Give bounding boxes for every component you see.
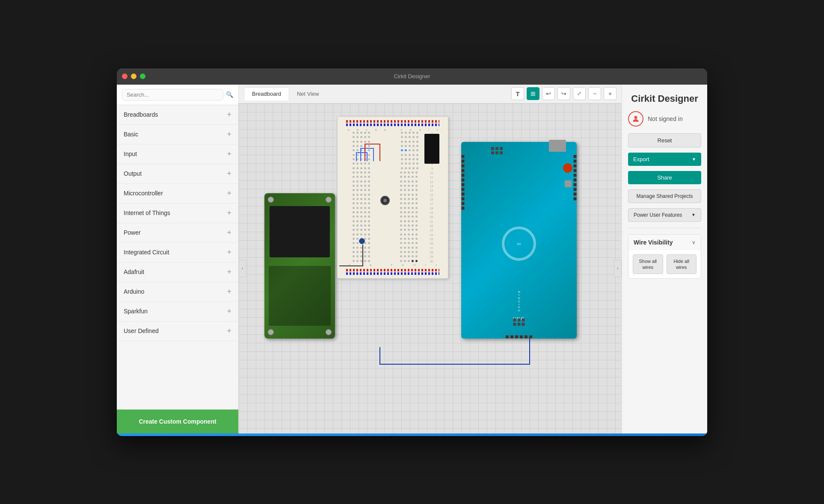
sidebar-item-breadboards[interactable]: Breadboards + (117, 105, 238, 125)
add-icon: + (227, 110, 231, 119)
grid-icon: ⊞ (531, 90, 536, 97)
add-icon: + (227, 268, 231, 277)
rail-bot-blue (346, 272, 439, 275)
screw-bl (268, 329, 274, 335)
pins-left (461, 155, 465, 210)
add-icon: + (227, 189, 231, 198)
close-button[interactable] (122, 74, 127, 79)
rail-bot-red (346, 269, 439, 271)
add-icon: + (227, 209, 231, 218)
power-jack (563, 163, 572, 173)
window-title: Cirkit Designer (394, 73, 430, 80)
panel-title: Cirkit Designer (628, 93, 701, 104)
undo-button[interactable]: ↩ (542, 87, 555, 100)
circuit-area: ABCDE FGHIJ (264, 116, 585, 373)
reset-button-component (565, 180, 572, 187)
icsp-header (491, 147, 503, 154)
divider (628, 228, 701, 228)
sidebar-item-user-defined[interactable]: User Defined + (117, 321, 238, 341)
bottom-pins (506, 335, 533, 339)
zoom-out-button[interactable]: − (588, 87, 601, 100)
manage-shared-button[interactable]: Manage Shared Projects (628, 189, 701, 203)
lcd-board (264, 193, 335, 339)
show-all-wires-button[interactable]: Show all wires (633, 254, 663, 274)
add-icon: + (227, 130, 231, 139)
sidebar-item-input[interactable]: Input + (117, 144, 238, 164)
usb-port (549, 140, 566, 152)
user-section: Not signed in (628, 111, 701, 127)
add-icon: + (227, 150, 231, 159)
tabs-area: Breadboard Net View (244, 87, 327, 100)
fit-icon: ⤢ (577, 91, 581, 97)
create-custom-component-button[interactable]: Create Custom Component (121, 414, 234, 429)
sidebar-item-power[interactable]: Power + (117, 223, 238, 243)
text-tool-button[interactable]: T (511, 87, 524, 100)
arduino-board: ∞ Arduino UNO (461, 142, 577, 339)
export-label: Export (633, 156, 649, 162)
maximize-button[interactable] (140, 74, 145, 79)
hide-all-wires-button[interactable]: Hide all wires (667, 254, 697, 274)
power-user-button[interactable]: Power User Features ▼ (628, 208, 701, 222)
export-button[interactable]: Export ▼ (628, 153, 701, 166)
sidebar-item-output[interactable]: Output + (117, 164, 238, 184)
canvas-container[interactable]: ‹ › (239, 103, 622, 433)
wire-visibility-content: Show all wires Hide all wires (628, 250, 701, 279)
app-body: 🔍 Breadboards + Basic + Input + Output + (117, 85, 707, 433)
add-icon: + (227, 287, 231, 296)
wire-visibility-title: Wire Visibility (634, 239, 673, 246)
add-icon: + (227, 327, 231, 336)
arduino-component[interactable]: ∞ Arduino UNO (461, 142, 577, 339)
search-icon[interactable]: 🔍 (226, 91, 233, 98)
tab-net-view[interactable]: Net View (289, 88, 327, 100)
add-icon: + (227, 307, 231, 316)
sidebar-item-microcontroller[interactable]: Microcontroller + (117, 184, 238, 203)
svg-point-0 (634, 116, 637, 119)
wire-visibility-header[interactable]: Wire Visibility ∨ (628, 235, 701, 250)
potentiometer-component (380, 196, 390, 205)
grid-tool-button[interactable]: ⊞ (527, 87, 539, 100)
sidebar-item-sparkfun[interactable]: Sparkfun + (117, 302, 238, 321)
screw-tl (268, 197, 274, 203)
sidebar-item-arduino[interactable]: Arduino + (117, 282, 238, 302)
lcd-component[interactable] (264, 193, 335, 339)
sensor-component (424, 134, 439, 164)
sidebar-item-adafruit[interactable]: Adafruit + (117, 262, 238, 282)
zoom-in-button[interactable]: + (604, 87, 617, 100)
redo-button[interactable]: ↪ (557, 87, 570, 100)
wire-visibility-section: Wire Visibility ∨ Show all wires Hide al… (628, 234, 701, 279)
search-input[interactable] (122, 89, 223, 100)
sidebar-item-ic[interactable]: Integrated Circuit + (117, 243, 238, 262)
sidebar-item-iot[interactable]: Internet of Things + (117, 203, 238, 223)
right-panel: Cirkit Designer Not signed in Reset Expo… (622, 85, 707, 433)
capacitor-component (359, 238, 365, 244)
bottom-bar (117, 433, 707, 436)
breadboard: ABCDE FGHIJ (337, 116, 448, 279)
add-icon: + (227, 228, 231, 237)
breadboard-component[interactable]: ABCDE FGHIJ (337, 116, 448, 279)
screw-br (326, 329, 332, 335)
minimize-button[interactable] (131, 74, 136, 79)
arduino-label: Arduino (517, 291, 521, 313)
arduino-logo-circle: ∞ (502, 227, 536, 261)
tab-breadboard[interactable]: Breadboard (244, 87, 289, 100)
zoom-out-icon: − (593, 90, 596, 97)
undo-icon: ↩ (546, 90, 551, 97)
collapse-right-arrow[interactable]: › (614, 260, 622, 277)
sidebar-item-basic[interactable]: Basic + (117, 125, 238, 144)
toolbar: Breadboard Net View T ⊞ ↩ ↪ ⤢ (239, 85, 622, 103)
reset-button[interactable]: Reset (628, 133, 701, 147)
user-avatar (628, 111, 643, 127)
sidebar: 🔍 Breadboards + Basic + Input + Output + (117, 85, 239, 433)
pins-right (573, 155, 577, 200)
sidebar-footer: Create Custom Component (117, 410, 238, 433)
collapse-left-arrow[interactable]: ‹ (239, 260, 246, 277)
user-status-label: Not signed in (648, 115, 683, 122)
add-icon: + (227, 169, 231, 178)
text-tool-icon: T (516, 90, 519, 97)
window-controls (122, 74, 145, 79)
wire-visibility-chevron: ∨ (692, 239, 696, 245)
canvas-background: ‹ › (239, 103, 622, 433)
share-button[interactable]: Share (628, 171, 701, 184)
fit-button[interactable]: ⤢ (573, 87, 586, 100)
redo-icon: ↪ (561, 90, 566, 97)
